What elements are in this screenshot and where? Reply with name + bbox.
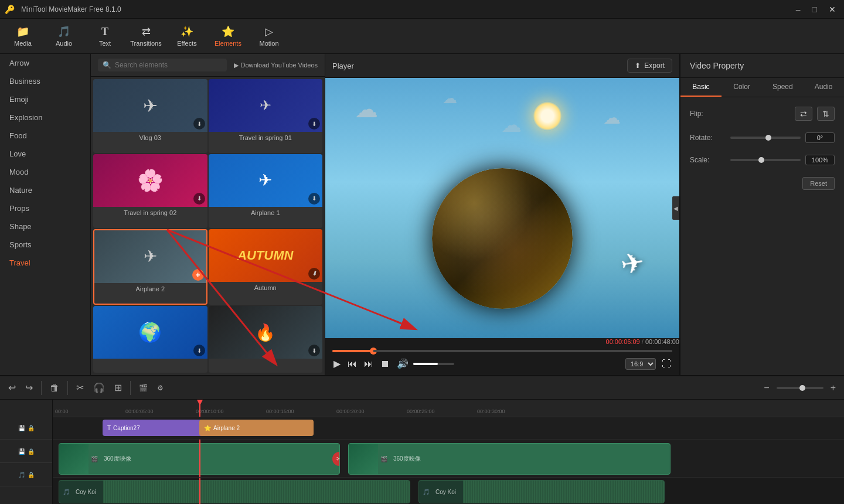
play-button[interactable]: ▶ <box>332 357 342 370</box>
sidebar-item-food[interactable]: Food <box>0 127 90 145</box>
stop-button[interactable]: ⏹ <box>379 357 391 370</box>
player-progress[interactable] <box>325 348 679 355</box>
toolbar-audio[interactable]: 🎵 Audio <box>43 20 84 53</box>
toolbar-effects[interactable]: ✨ Effects <box>166 20 207 53</box>
zoom-slider[interactable] <box>777 387 823 389</box>
sidebar-item-props[interactable]: Props <box>0 199 90 217</box>
sidebar-item-mood[interactable]: Mood <box>0 163 90 181</box>
search-input[interactable] <box>115 61 222 69</box>
video-clip-2[interactable]: 🎬 360度映像 <box>348 443 671 475</box>
sidebar-item-love[interactable]: Love <box>0 145 90 163</box>
audio-clip-2[interactable]: 🎵 Coy Koi <box>418 480 665 503</box>
time-display: 00:00:06:09 / 00:00:48:00 <box>325 338 679 345</box>
element-clip-label: Airplane 2 <box>213 425 240 431</box>
airplane1-icon: ✈ <box>258 171 272 190</box>
fire-icon: 🔥 <box>255 323 275 342</box>
zoom-in-button[interactable]: + <box>827 380 839 396</box>
close-button[interactable]: ✕ <box>825 4 839 15</box>
property-tabs: Basic Color Speed Audio <box>680 78 844 97</box>
panel-collapse-btn[interactable]: ◀ <box>672 196 679 220</box>
element-card-globe[interactable]: 🌍 ⬇ <box>93 306 207 373</box>
scale-value[interactable]: 100% <box>805 155 835 165</box>
download-icon-vlog03[interactable]: ⬇ <box>193 118 205 130</box>
timeline-toolbar: ↩ ↪ 🗑 ✂ 🎧 ⊞ 🎬 ⚙ − + <box>0 376 844 400</box>
sidebar-item-emoji[interactable]: Emoji <box>0 90 90 108</box>
toolbar-motion[interactable]: ▷ Motion <box>249 20 290 53</box>
tab-basic[interactable]: Basic <box>680 78 722 97</box>
search-box[interactable]: 🔍 <box>98 59 227 71</box>
toolbar-elements[interactable]: ⭐ Elements <box>207 20 249 53</box>
zoom-out-button[interactable]: − <box>760 380 772 396</box>
element-thumb-travel-spring01: ✈ ⬇ <box>209 79 323 132</box>
audio-clip-label-1: Coy Koi <box>72 489 100 495</box>
cut-button[interactable]: ✂ <box>73 380 87 396</box>
tab-audio[interactable]: Audio <box>803 78 844 97</box>
ruler-mark-3: 00:00:15:00 <box>264 408 334 414</box>
toolbar-text[interactable]: T Text <box>84 20 125 53</box>
sidebar-item-business[interactable]: Business <box>0 72 90 90</box>
progress-bar-container[interactable] <box>332 350 672 352</box>
track-lock-icon-caption[interactable]: 🔒 <box>28 425 35 431</box>
download-icon-airplane1[interactable]: ⬇ <box>308 193 320 205</box>
download-icon-travel-spring02[interactable]: ⬇ <box>193 193 205 205</box>
element-card-travel-spring02[interactable]: 🌸 ⬇ Travel in spring 02 <box>93 154 207 228</box>
scale-slider[interactable] <box>730 159 801 161</box>
rotate-value[interactable]: 0° <box>805 132 835 143</box>
volume-button[interactable]: 🔊 <box>396 357 410 370</box>
flip-vertical-button[interactable]: ⇅ <box>817 107 835 121</box>
toolbar-elements-label: Elements <box>215 40 241 47</box>
element-clip-airplane2[interactable]: ⭐ Airplane 2 <box>199 420 314 436</box>
tab-speed[interactable]: Speed <box>763 78 804 97</box>
rotate-slider[interactable] <box>730 137 801 139</box>
flip-horizontal-button[interactable]: ⇄ <box>795 107 812 121</box>
sidebar-item-arrow[interactable]: Arrow <box>0 54 90 72</box>
window-controls[interactable]: – □ ✕ <box>792 4 839 15</box>
element-card-airplane2[interactable]: ✈ + Airplane 2 <box>93 229 207 305</box>
add-icon-airplane2[interactable]: + <box>192 269 204 281</box>
export-button[interactable]: ⬆ Export <box>627 59 672 73</box>
sidebar-item-nature[interactable]: Nature <box>0 181 90 199</box>
download-icon-travel-spring01[interactable]: ⬇ <box>308 118 320 130</box>
video-clip-icon-1: 🎬 <box>91 456 98 462</box>
track-add-v[interactable]: 🎬 <box>135 382 151 394</box>
download-icon-fire[interactable]: ⬇ <box>308 345 320 356</box>
sidebar-item-explosion[interactable]: Explosion <box>0 108 90 127</box>
sidebar-item-shape[interactable]: Shape <box>0 217 90 236</box>
restore-button[interactable]: □ <box>809 4 821 15</box>
toolbar-motion-label: Motion <box>259 40 278 47</box>
redo-button[interactable]: ↪ <box>22 380 36 396</box>
undo-button[interactable]: ↩ <box>5 380 19 396</box>
download-youtube-btn[interactable]: ▶ Download YouTube Videos <box>234 62 318 69</box>
audio-detach-button[interactable]: 🎧 <box>90 380 108 396</box>
sidebar-item-travel[interactable]: Travel <box>0 254 90 272</box>
toolbar-media[interactable]: 📁 Media <box>2 20 43 53</box>
element-card-travel-spring01[interactable]: ✈ ⬇ Travel in spring 01 <box>209 79 323 153</box>
track-lock-icon-video[interactable]: 🔒 <box>28 448 35 455</box>
effects-icon: ✨ <box>181 25 193 38</box>
element-card-fire[interactable]: 🔥 ⬇ <box>209 306 323 373</box>
delete-button[interactable]: 🗑 <box>46 380 63 396</box>
track-lock-icon-audio[interactable]: 🔒 <box>28 472 35 478</box>
reset-button[interactable]: Reset <box>802 177 835 190</box>
aspect-ratio-select[interactable]: 16:9 9:16 1:1 4:3 <box>625 358 656 370</box>
audio-clip-1[interactable]: 🎵 Coy Koi <box>59 480 410 503</box>
element-card-autumn[interactable]: AUTUMN ⬇ Autumn <box>209 229 323 305</box>
next-frame-button[interactable]: ⏭ <box>363 357 375 370</box>
timeline-track-controls: 💾 🔒 💾 🔒 🎵 🔒 <box>0 400 53 504</box>
sidebar-item-sports[interactable]: Sports <box>0 236 90 254</box>
fullscreen-button[interactable]: ⛶ <box>661 357 672 370</box>
crop-button[interactable]: ⊞ <box>111 380 125 396</box>
elements-header: 🔍 ▶ Download YouTube Videos <box>91 54 325 77</box>
element-card-vlog03[interactable]: ✈ ⬇ Vlog 03 <box>93 79 207 153</box>
progress-bar-fill <box>332 350 373 352</box>
track-settings[interactable]: ⚙ <box>154 382 167 394</box>
download-icon-autumn[interactable]: ⬇ <box>308 268 320 280</box>
download-icon-globe[interactable]: ⬇ <box>193 345 205 356</box>
prev-frame-button[interactable]: ⏮ <box>346 357 358 370</box>
toolbar-transitions[interactable]: ⇄ Transitions <box>125 20 166 53</box>
element-card-airplane1[interactable]: ✈ ⬇ Airplane 1 <box>209 154 323 228</box>
playhead-video <box>199 440 200 477</box>
volume-slider[interactable] <box>413 363 454 365</box>
minimize-button[interactable]: – <box>792 4 804 15</box>
tab-color[interactable]: Color <box>722 78 763 97</box>
